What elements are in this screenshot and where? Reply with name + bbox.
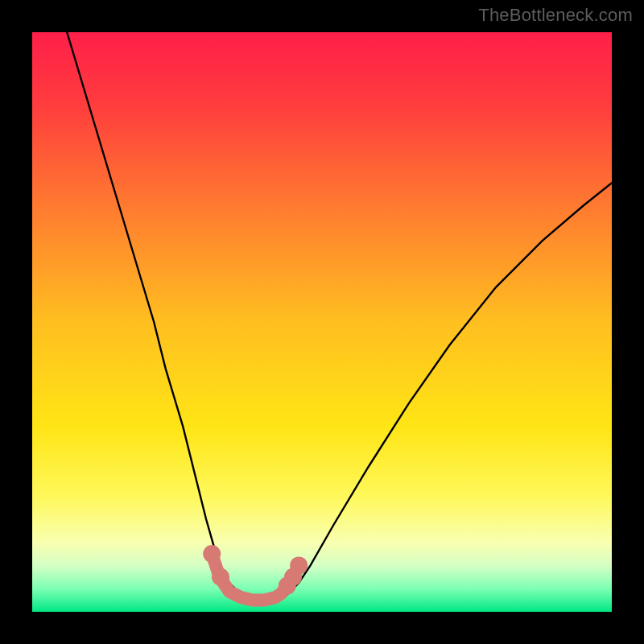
plot-area	[32, 32, 612, 612]
gradient-background	[32, 32, 612, 612]
plot-svg	[32, 32, 612, 612]
highlight-dot	[290, 556, 308, 574]
watermark-text: TheBottleneck.com	[478, 5, 633, 26]
chart-frame: TheBottleneck.com	[0, 0, 644, 644]
highlight-dot	[203, 545, 221, 563]
highlight-dot	[212, 568, 229, 586]
